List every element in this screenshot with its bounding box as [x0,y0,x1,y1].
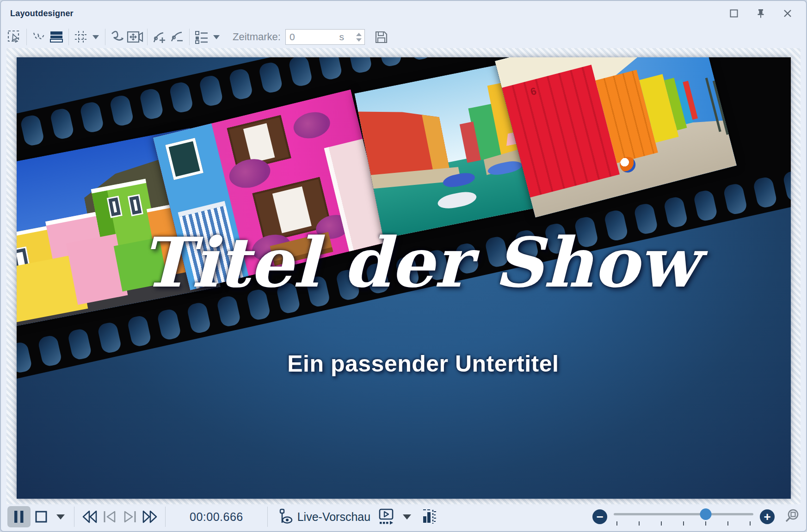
maximize-icon [730,9,738,18]
toolbar-separator [26,29,27,45]
time-display: 00:00.666 [190,510,243,524]
toolbar-separator [68,29,69,45]
film-perforation-hole [139,87,164,121]
remove-curve-point-button[interactable] [168,28,186,46]
playback-separator [267,507,268,527]
stop-button[interactable] [31,506,52,527]
hut-number: 6 [529,85,537,98]
arrange-layers-icon [49,30,63,44]
live-preview-toggle[interactable]: Live-Vorschau [279,509,370,525]
zeitmarke-label: Zeitmarke: [233,31,281,43]
zeitmarke-unit: s [339,31,344,43]
step-back-button[interactable] [99,506,120,527]
film-perforation-hole [228,67,253,101]
film-perforation-hole [407,57,432,61]
playback-separator [165,507,166,527]
film-perforation-hole [288,57,313,87]
grid-tool-button[interactable] [72,28,90,46]
titlebar: Layoutdesigner [1,1,806,26]
curve-tool-icon [32,30,46,44]
film-perforation-hole [258,61,283,94]
maximize-button[interactable] [725,6,743,21]
live-preview-icon [279,509,293,525]
step-back-icon [102,510,117,524]
add-curve-point-icon [152,30,167,44]
motion-path-button[interactable] [109,28,126,46]
remove-curve-point-icon [170,30,185,44]
zoom-slider-track[interactable] [614,513,753,515]
select-tool-button[interactable] [6,28,23,46]
live-preview-label: Live-Vorschau [297,510,370,524]
close-button[interactable] [778,6,797,21]
add-curve-point-button[interactable] [151,28,168,46]
film-perforation-hole [19,114,45,147]
step-forward-button[interactable] [120,506,140,527]
stage-canvas[interactable]: 6 Titel der Show Ein passender Untertite… [17,57,791,499]
step-forward-icon [123,510,137,524]
film-perforation-hole [67,328,92,361]
save-icon [374,30,388,44]
play-options-caret[interactable] [56,514,65,520]
layoutdesigner-window: Layoutdesigner [0,0,807,532]
object-list-icon [194,30,209,44]
close-icon [783,9,792,18]
film-perforation-hole [97,321,122,355]
pause-icon [13,510,25,524]
stop-icon [35,510,48,523]
curve-tool-button[interactable] [30,28,48,46]
film-perforation-hole [168,81,194,114]
pin-button[interactable] [752,6,770,21]
grid-dropdown-caret[interactable] [92,35,99,39]
arrange-layers-button[interactable] [48,28,65,46]
zoom-slider-ticks [616,521,751,526]
show-title-text[interactable]: Titel der Show [141,220,697,306]
film-perforation-hole [109,94,135,127]
workspace: 6 Titel der Show Ein passender Untertite… [6,48,801,504]
ruler-bars-button[interactable] [419,506,440,527]
playback-bar: 00:00.666 Live-Vorschau [1,504,806,531]
film-perforation-hole [318,57,343,81]
fast-forward-icon [142,510,159,524]
object-list-button[interactable] [193,28,210,46]
minus-icon: − [596,511,603,523]
zoom-in-button[interactable]: + [760,509,775,524]
toolbar-separator [105,29,105,45]
show-subtitle-text[interactable]: Ein passender Untertitel [287,350,559,377]
camera-pan-button[interactable] [126,28,144,46]
film-perforation-hole [79,101,105,134]
zeitmarke-spinner [356,33,362,42]
zeitmarke-input[interactable] [286,31,327,43]
plus-icon: + [764,511,770,523]
pause-button[interactable] [7,506,31,527]
pin-icon [757,9,765,18]
film-perforation-hole [17,341,33,374]
preview-player-icon [377,508,395,525]
rewind-button[interactable] [79,506,99,527]
toolbar: Zeitmarke: s [1,26,806,48]
fast-forward-button[interactable] [140,506,160,527]
film-perforation-hole [722,183,748,216]
preview-player-button[interactable] [374,506,398,527]
save-button[interactable] [372,28,390,46]
zoom-fit-icon [785,508,800,523]
zoom-slider[interactable] [614,508,753,526]
grid-icon [74,30,88,44]
playback-separator [74,507,74,527]
film-perforation-hole [49,107,75,141]
zoom-fit-button[interactable] [785,508,800,525]
toolbar-separator [147,29,148,45]
film-perforation-hole [198,74,224,108]
zoom-out-button[interactable]: − [592,509,607,524]
film-perforation-hole [693,189,718,222]
spinner-down-icon[interactable] [356,38,362,42]
film-perforation-hole [186,301,212,335]
window-title: Layoutdesigner [10,9,74,18]
motion-path-icon [110,30,125,44]
film-perforation-hole [37,334,62,367]
preview-options-caret[interactable] [403,514,411,520]
zoom-slider-thumb[interactable] [700,508,712,520]
select-tool-icon [7,30,21,44]
spinner-up-icon[interactable] [356,33,362,36]
object-list-dropdown-caret[interactable] [213,35,220,39]
camera-pan-icon [127,30,143,44]
